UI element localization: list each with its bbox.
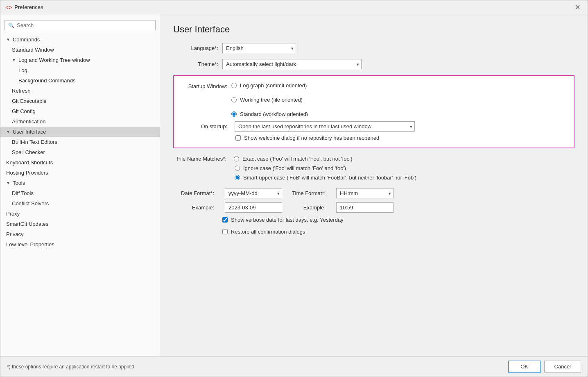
sidebar-item-spell-checker[interactable]: Spell Checker: [0, 147, 160, 157]
sidebar-item-log[interactable]: Log: [0, 65, 160, 75]
sidebar-item-git-executable[interactable]: Git Executable: [0, 96, 160, 106]
datetime-format-row: Date Format*: yyyy-MM-dd MM/dd/yyyy dd.M…: [173, 188, 574, 198]
time-format-select-wrapper: HH:mm hh:mm a HH:mm:ss: [336, 188, 394, 198]
title-bar: <> Preferences ✕: [0, 0, 588, 14]
sidebar-item-builtin-text-editors[interactable]: Built-in Text Editors: [0, 137, 160, 147]
startup-radio-group: Log graph (commit oriented) Working tree…: [231, 82, 308, 117]
radio-fnm-ignore[interactable]: [235, 166, 240, 171]
sidebar-item-user-interface[interactable]: ▼ User Interface: [0, 127, 160, 137]
search-icon: 🔍: [8, 23, 14, 28]
search-input[interactable]: [17, 22, 152, 28]
on-startup-row: On startup: Open the last used repositor…: [182, 121, 565, 132]
language-select-wrapper: English: [222, 43, 296, 53]
language-select[interactable]: English: [222, 43, 296, 53]
sidebar-item-label: Proxy: [6, 211, 20, 217]
theme-select[interactable]: Automatically select light/dark Light Da…: [222, 59, 362, 69]
sidebar-item-label: Keyboard Shortcuts: [6, 159, 53, 166]
sidebar-item-label: SmartGit Updates: [6, 221, 48, 227]
sidebar-item-smartgit-updates[interactable]: SmartGit Updates: [0, 219, 160, 229]
sidebar-item-label: Refresh: [12, 88, 31, 94]
date-example-input: [225, 202, 282, 213]
radio-fnm-exact[interactable]: [234, 156, 239, 161]
ok-button[interactable]: OK: [508, 361, 541, 372]
expand-arrow-commands: ▼: [6, 37, 10, 42]
content-area: 🔍 ▼ Commands Standard Window ▼ Log and W…: [0, 14, 588, 356]
time-example-input: [336, 202, 394, 213]
datetime-example-row: Example: Example:: [173, 202, 574, 213]
sidebar-item-refresh[interactable]: Refresh: [0, 86, 160, 96]
date-example-label: Example:: [173, 204, 218, 211]
sidebar-item-label: Git Config: [12, 108, 36, 114]
theme-label: Theme*:: [173, 61, 222, 67]
radio-log-graph-label[interactable]: Log graph (commit oriented): [240, 82, 307, 89]
sidebar-item-label: Standard Window: [12, 47, 54, 53]
app-icon: <>: [5, 4, 12, 11]
cancel-button[interactable]: Cancel: [544, 361, 581, 372]
sidebar-item-label: Authentication: [12, 118, 45, 125]
verbose-date-label[interactable]: Show verbose date for last days, e.g. Ye…: [231, 217, 344, 223]
radio-row-log-graph: Log graph (commit oriented): [231, 82, 308, 89]
restore-dialogs-checkbox[interactable]: [222, 229, 228, 234]
on-startup-select-wrapper: Open the last used repositories in their…: [235, 121, 415, 132]
radio-standard-label[interactable]: Standard (workflow oriented): [240, 111, 308, 117]
time-format-select[interactable]: HH:mm hh:mm a HH:mm:ss: [336, 188, 394, 198]
restore-dialogs-row: Restore all confirmation dialogs: [222, 229, 574, 235]
window-title: Preferences: [14, 4, 43, 10]
search-box[interactable]: 🔍: [5, 20, 156, 30]
sidebar-item-log-working-tree[interactable]: ▼ Log and Working Tree window: [0, 55, 160, 65]
bottom-bar: *) these options require an application …: [0, 356, 588, 377]
sidebar-item-label: Conflict Solvers: [12, 200, 49, 207]
sidebar-item-standard-window[interactable]: Standard Window: [0, 45, 160, 55]
radio-working-tree[interactable]: [231, 97, 237, 102]
sidebar-item-hosting-providers[interactable]: Hosting Providers: [0, 168, 160, 178]
restore-dialogs-label[interactable]: Restore all confirmation dialogs: [231, 229, 305, 235]
radio-log-graph[interactable]: [231, 83, 237, 88]
close-button[interactable]: ✕: [572, 2, 583, 12]
verbose-date-checkbox[interactable]: [222, 217, 228, 223]
theme-row: Theme*: Automatically select light/dark …: [173, 59, 574, 69]
expand-arrow-log: ▼: [12, 58, 16, 62]
on-startup-label: On startup:: [182, 123, 231, 129]
page-title: User Interface: [173, 24, 574, 35]
radio-fnm-smart[interactable]: [235, 175, 240, 180]
sidebar-item-git-config[interactable]: Git Config: [0, 106, 160, 116]
radio-row-standard: Standard (workflow oriented): [231, 111, 308, 117]
datetime-section: Date Format*: yyyy-MM-dd MM/dd/yyyy dd.M…: [173, 188, 574, 235]
sidebar-item-label: Background Commands: [18, 77, 75, 84]
radio-fnm-smart-label[interactable]: Smart upper case ('FoB' will match 'FooB…: [243, 175, 416, 181]
expand-arrow-ui: ▼: [6, 129, 10, 134]
sidebar-item-label: Spell Checker: [12, 149, 45, 155]
sidebar-item-label: Log and Working Tree window: [18, 57, 90, 63]
date-format-select[interactable]: yyyy-MM-dd MM/dd/yyyy dd.MM.yyyy: [225, 188, 282, 198]
radio-standard[interactable]: [231, 111, 237, 117]
radio-fnm-ignore-label[interactable]: Ignore case ('Foo' will match 'Foo' and …: [243, 165, 346, 171]
sidebar-item-authentication[interactable]: Authentication: [0, 116, 160, 127]
sidebar-item-label: Git Executable: [12, 98, 47, 104]
radio-working-tree-label[interactable]: Working tree (file oriented): [240, 97, 303, 103]
sidebar-item-label: Low-level Properties: [6, 241, 54, 248]
startup-window-row: Startup Window: Log graph (commit orient…: [182, 82, 565, 117]
startup-window-label: Startup Window:: [182, 82, 231, 89]
show-welcome-label[interactable]: Show welcome dialog if no repository has…: [244, 135, 379, 141]
sidebar-item-diff-tools[interactable]: Diff Tools: [0, 188, 160, 198]
sidebar-item-low-level-properties[interactable]: Low-level Properties: [0, 239, 160, 250]
sidebar-item-commands[interactable]: ▼ Commands: [0, 34, 160, 45]
on-startup-select[interactable]: Open the last used repositories in their…: [235, 121, 415, 132]
time-format-label: Time Format*:: [289, 190, 330, 196]
date-format-select-wrapper: yyyy-MM-dd MM/dd/yyyy dd.MM.yyyy: [225, 188, 282, 198]
preferences-window: <> Preferences ✕ 🔍 ▼ Commands Standard W…: [0, 0, 588, 377]
show-welcome-row: Show welcome dialog if no repository has…: [235, 135, 565, 141]
language-row: Language*: English: [173, 43, 574, 53]
sidebar-item-background-commands[interactable]: Background Commands: [0, 75, 160, 86]
sidebar-item-proxy[interactable]: Proxy: [0, 209, 160, 219]
title-bar-left: <> Preferences: [5, 4, 43, 11]
sidebar-item-label: Log: [18, 67, 27, 73]
restart-note: *) these options require an application …: [7, 364, 134, 370]
show-welcome-checkbox[interactable]: [235, 135, 241, 141]
sidebar-item-keyboard-shortcuts[interactable]: Keyboard Shortcuts: [0, 157, 160, 168]
radio-fnm-exact-label[interactable]: Exact case ('Foo' will match 'Foo', but …: [242, 156, 353, 162]
main-content: User Interface Language*: English Theme*…: [160, 14, 588, 356]
sidebar-item-conflict-solvers[interactable]: Conflict Solvers: [0, 198, 160, 209]
sidebar-item-tools[interactable]: ▼ Tools: [0, 178, 160, 188]
sidebar-item-privacy[interactable]: Privacy: [0, 229, 160, 239]
